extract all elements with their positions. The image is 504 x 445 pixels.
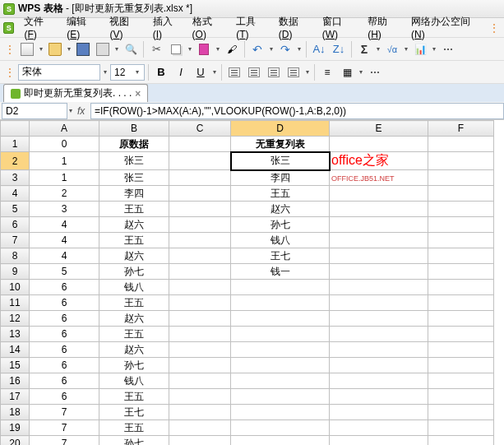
cell[interactable]: 0 [30, 137, 99, 152]
autosum-button[interactable]: Σ [355, 40, 373, 58]
cell[interactable]: 王五 [99, 202, 169, 217]
cell[interactable] [428, 342, 494, 358]
cell[interactable]: 1 [30, 170, 99, 186]
cell[interactable] [330, 264, 428, 280]
row-header[interactable]: 8 [1, 248, 30, 264]
menu-data[interactable]: 数据(D) [274, 13, 316, 42]
redo-button[interactable]: ↷ [276, 40, 294, 58]
merge-button[interactable] [284, 63, 303, 81]
redo-drop-icon[interactable]: ▾ [296, 45, 303, 53]
cell[interactable] [330, 389, 428, 405]
new-drop-icon[interactable]: ▾ [38, 45, 44, 53]
cell[interactable]: 王七 [231, 248, 330, 264]
cell[interactable] [169, 358, 231, 373]
merge-drop-icon[interactable]: ▾ [304, 68, 311, 76]
open-drop-icon[interactable]: ▾ [66, 45, 72, 53]
cell[interactable] [428, 137, 494, 152]
grip2-icon[interactable]: ⋮ [5, 67, 15, 78]
cell[interactable] [428, 295, 494, 311]
cell[interactable] [330, 420, 428, 436]
cell[interactable] [169, 280, 231, 295]
row-header[interactable]: 15 [1, 358, 30, 373]
menu-file[interactable]: 文件(F) [19, 13, 60, 42]
cell[interactable]: 钱八 [99, 373, 169, 389]
name-drop-icon[interactable]: ▾ [67, 107, 74, 114]
cell[interactable]: 王七 [99, 405, 169, 420]
font-drop-icon[interactable]: ▾ [102, 68, 109, 76]
under-drop-icon[interactable]: ▾ [211, 68, 218, 76]
col-header-d[interactable]: D [231, 121, 330, 137]
row-header[interactable]: 20 [1, 436, 30, 446]
cell[interactable] [330, 295, 428, 311]
name-box[interactable]: D2 [2, 103, 67, 119]
cell[interactable]: 孙七 [99, 436, 169, 446]
col-header-a[interactable]: A [30, 121, 99, 137]
cell[interactable] [231, 389, 330, 405]
menu-help[interactable]: 帮助(H) [363, 13, 405, 42]
grid[interactable]: A B C D E F 10原数据无重复列表21张三张三office之家31张三… [0, 120, 494, 445]
cell[interactable] [330, 373, 428, 389]
cell[interactable] [169, 264, 231, 280]
cell[interactable]: 张三 [231, 152, 330, 170]
close-tab-button[interactable]: × [135, 88, 141, 100]
cell[interactable]: OFFICE.JB51.NET [330, 170, 428, 186]
cell[interactable]: 孙七 [231, 217, 330, 233]
cell[interactable] [169, 436, 231, 446]
grip-icon[interactable]: ⋮ [5, 44, 15, 55]
print-drop-icon[interactable]: ▾ [113, 45, 120, 53]
menu-tools[interactable]: 工具(T) [231, 13, 272, 42]
menu-edit[interactable]: 编辑(E) [62, 13, 103, 42]
undo-button[interactable]: ↶ [248, 40, 266, 58]
cell[interactable]: 赵六 [99, 217, 169, 233]
row-header[interactable]: 4 [1, 186, 30, 202]
cell[interactable]: 6 [30, 358, 99, 373]
row-header[interactable]: 13 [1, 327, 30, 342]
bold-button[interactable]: B [152, 63, 170, 81]
fx-button[interactable]: fx [74, 105, 90, 117]
row-header[interactable]: 16 [1, 373, 30, 389]
row-header[interactable]: 11 [1, 295, 30, 311]
cell[interactable] [231, 420, 330, 436]
cell[interactable]: 钱八 [99, 280, 169, 295]
undo-drop-icon[interactable]: ▾ [268, 45, 275, 53]
col-header-e[interactable]: E [330, 121, 428, 137]
cell[interactable]: 赵六 [231, 202, 330, 217]
cell[interactable] [428, 405, 494, 420]
underline-button[interactable]: U [192, 63, 210, 81]
copy-drop-icon[interactable]: ▾ [187, 45, 193, 53]
cell[interactable] [428, 264, 494, 280]
cell[interactable] [428, 436, 494, 446]
menu-insert[interactable]: 插入(I) [148, 13, 186, 42]
cell[interactable] [428, 217, 494, 233]
cell[interactable] [330, 186, 428, 202]
cell[interactable]: 张三 [99, 152, 169, 170]
cell[interactable] [428, 311, 494, 327]
cell[interactable]: 王五 [99, 327, 169, 342]
cell[interactable] [231, 358, 330, 373]
cell[interactable] [231, 311, 330, 327]
cell[interactable]: 6 [30, 311, 99, 327]
cell[interactable] [169, 233, 231, 248]
cell[interactable]: 6 [30, 389, 99, 405]
cell[interactable] [231, 373, 330, 389]
cell[interactable]: 2 [30, 186, 99, 202]
align-left-button[interactable] [225, 63, 243, 81]
sort-asc-button[interactable]: A↓ [310, 40, 328, 58]
menu-format[interactable]: 格式(O) [187, 13, 230, 42]
cell[interactable] [231, 342, 330, 358]
cell[interactable] [169, 295, 231, 311]
cell[interactable]: 李四 [99, 186, 169, 202]
cell[interactable] [330, 342, 428, 358]
cell[interactable] [428, 152, 494, 170]
cell[interactable]: 孙七 [99, 358, 169, 373]
row-header[interactable]: 2 [1, 152, 30, 170]
cell[interactable] [428, 170, 494, 186]
cell[interactable]: 5 [30, 264, 99, 280]
cell[interactable] [231, 327, 330, 342]
cell[interactable] [330, 202, 428, 217]
cell[interactable]: 6 [30, 295, 99, 311]
cell[interactable]: office之家 [330, 152, 428, 170]
sheet[interactable]: A B C D E F 10原数据无重复列表21张三张三office之家31张三… [0, 120, 504, 445]
cell[interactable]: 王五 [231, 186, 330, 202]
cell[interactable] [330, 358, 428, 373]
